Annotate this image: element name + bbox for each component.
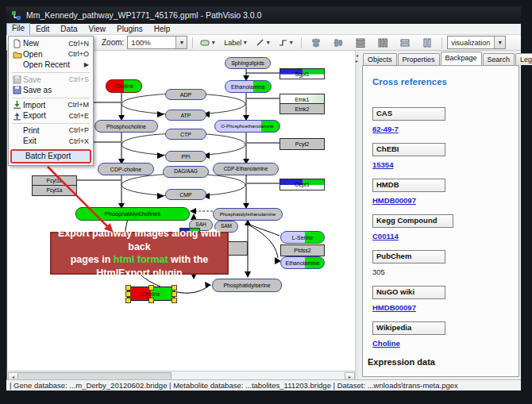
zoom-combobox[interactable]: 100% ▼ [127, 36, 187, 49]
app-icon [11, 10, 21, 21]
file-menu-item-export[interactable]: ExportCtrl+E [10, 110, 92, 121]
file-menu-item-import[interactable]: ImportCtrl+M [10, 100, 92, 111]
pathway-node-phosphatidylethanolamine[interactable]: Phosphatidylethanolamine [213, 208, 283, 221]
xref-link-nugo[interactable]: HMDB00097 [372, 303, 416, 312]
selection-handle[interactable] [125, 298, 131, 303]
pathway-node-cmp[interactable]: CMP [165, 189, 206, 200]
import-icon [11, 100, 23, 110]
save-icon [11, 75, 23, 84]
menu-edit[interactable]: Edit [30, 24, 55, 35]
pathway-node-cept1[interactable]: Cept1 [279, 179, 325, 190]
connector-tool-button[interactable]: ▼ [276, 36, 296, 50]
file-menu-item-open[interactable]: OpenCtrl+O [10, 49, 92, 60]
menu-separator [12, 123, 90, 124]
title-bar[interactable]: Mm_Kennedy_pathway_WP1771_45176.gpml - P… [6, 6, 521, 24]
pathway-node-l-serine[interactable]: L-Serine [280, 231, 325, 244]
xref-link-wikipedia[interactable]: Choline [372, 339, 400, 348]
menu-view[interactable]: View [83, 24, 111, 35]
collapse-right-icon[interactable]: ▸ [356, 59, 358, 63]
line-icon [256, 38, 264, 47]
file-menu-item-batch-export[interactable]: Batch Export [12, 151, 90, 162]
pathway-node-pcyt2[interactable]: Pcyt2 [279, 138, 325, 150]
distribute-vertical-icon [356, 38, 365, 48]
pathway-node-label: Choline [141, 291, 160, 297]
pathway-node-ctp[interactable]: CTP [165, 129, 206, 140]
pathway-node-sphingolipids[interactable]: Sphingolipids [225, 57, 271, 69]
collapse-left-icon[interactable]: ◂ [356, 53, 358, 58]
selection-handle[interactable] [172, 298, 177, 303]
pathway-node-sgpl1[interactable]: Sgpl1 [279, 68, 325, 79]
selection-handle[interactable] [125, 291, 131, 297]
pathway-node-label: Choline [114, 83, 133, 89]
pathway-node-o-phosphoethanolamine[interactable]: O-Phosphoethanolamine [214, 120, 280, 133]
pathway-node-label: Ptdss2 [294, 248, 310, 253]
pathway-node-label: Ethanolamine [231, 84, 265, 90]
pathway-node-phosphatidylcholines[interactable]: Phosphatidylcholines [75, 207, 190, 221]
menu-data[interactable]: Data [55, 24, 83, 35]
pathway-node-phosphatidylserine[interactable]: Phosphatidylserine [212, 279, 282, 292]
visualization-combobox[interactable]: visualization ▼ [447, 36, 506, 49]
selection-handle[interactable] [148, 285, 154, 290]
pathway-node-adp[interactable]: ADP [165, 89, 206, 100]
selection-handle[interactable] [172, 285, 177, 290]
tab-legend[interactable]: Legend [515, 53, 532, 65]
chevron-down-icon[interactable]: ▼ [175, 37, 187, 48]
tab-objects[interactable]: Objects [363, 53, 397, 65]
pathway-node-cdp-choline[interactable]: CDP-choline [98, 163, 154, 175]
match-height-button[interactable] [418, 36, 437, 50]
file-menu-item-exit[interactable]: ExitCtrl+X [10, 136, 92, 147]
file-menu-item-save-as[interactable]: Save as [10, 85, 92, 96]
distribute-horizontal-icon [378, 38, 387, 48]
file-menu-item-open-recent[interactable]: Open Recent▶ [10, 60, 92, 71]
chevron-down-icon[interactable]: ▼ [494, 37, 505, 48]
pathway-node-ethanolamine-top[interactable]: Ethanolamine [225, 80, 272, 93]
annotation-callout: Export pathway images along with back pa… [50, 232, 229, 275]
pathway-node-label: Etnk2 [295, 106, 310, 112]
canvas-horizontal-scrollbar[interactable]: ◂ ▸ [8, 371, 355, 379]
pathway-node-atp[interactable]: ATP [165, 110, 206, 121]
selection-handle[interactable] [172, 291, 177, 297]
match-width-button[interactable] [395, 36, 414, 50]
align-center-horizontal-icon [311, 38, 321, 48]
tab-backpage[interactable]: Backpage [441, 52, 482, 65]
pathway-node-pcyt1a[interactable]: Pcyt1a [32, 185, 77, 196]
selection-handle[interactable] [125, 285, 131, 290]
distribute-vertical-button[interactable] [351, 36, 370, 50]
distribute-horizontal-button[interactable] [373, 36, 392, 50]
pathway-node-ethanolamine-bottom[interactable]: Ethanolamine [280, 256, 325, 269]
selection-handle[interactable] [148, 298, 154, 303]
menu-file[interactable]: File [6, 23, 30, 36]
pathway-node-label: CDP-Ethanolamine [224, 167, 268, 172]
xref-link-cas[interactable]: 62-49-7 [372, 125, 399, 133]
align-center-horizontal-button[interactable] [306, 36, 326, 50]
pathway-node-label: Ethanolamine [286, 260, 320, 266]
pathway-node-ptdss2[interactable]: Ptdss2 [280, 244, 325, 256]
tab-properties[interactable]: Properties [398, 53, 440, 65]
toolbar-separator [441, 37, 442, 48]
menu-help[interactable]: Help [148, 24, 176, 35]
label-tool-button[interactable]: Label ▼ [222, 36, 250, 50]
pathway-node-phosphocholine[interactable]: Phosphocholine [94, 120, 158, 133]
xref-link-chebi[interactable]: 15354 [372, 160, 393, 169]
align-center-vertical-button[interactable] [329, 36, 348, 50]
pathvisio-window: Mm_Kennedy_pathway_WP1771_45176.gpml - P… [0, 0, 532, 404]
xref-link-hmdb[interactable]: HMDB00097 [372, 196, 416, 205]
pathway-node-etnk2[interactable]: Etnk2 [279, 103, 325, 114]
xref-link-kegg[interactable]: C00114 [372, 232, 399, 240]
pathway-node-hidden-gene-box[interactable] [226, 241, 248, 256]
datanode-shape-button[interactable]: ▼ [198, 36, 218, 50]
pathway-node-choline-top[interactable]: Choline [106, 79, 142, 93]
status-bar: | Gene database: ...m_Derby_20120602.bri… [6, 379, 521, 391]
file-menu-item-new[interactable]: NewCtrl+N [10, 38, 92, 49]
tab-search[interactable]: Search [483, 53, 515, 65]
pathway-node-cdp-ethanolamine[interactable]: CDP-Ethanolamine [213, 163, 279, 175]
file-menu-item-print[interactable]: PrintCtrl+P [10, 125, 92, 137]
line-tool-button[interactable]: ▼ [253, 36, 273, 50]
connector-icon [279, 38, 287, 47]
callout-line-1: Export pathway images along with back [52, 227, 227, 253]
pathway-node-dag-aag[interactable]: DAG/AAG [163, 166, 209, 178]
pathway-node-choline-selected[interactable]: Choline [127, 287, 175, 301]
pathway-node-ppi[interactable]: PPi [165, 151, 206, 162]
pathway-node-label: Etnk1 [295, 97, 310, 102]
menu-plugins[interactable]: Plugins [111, 24, 148, 35]
